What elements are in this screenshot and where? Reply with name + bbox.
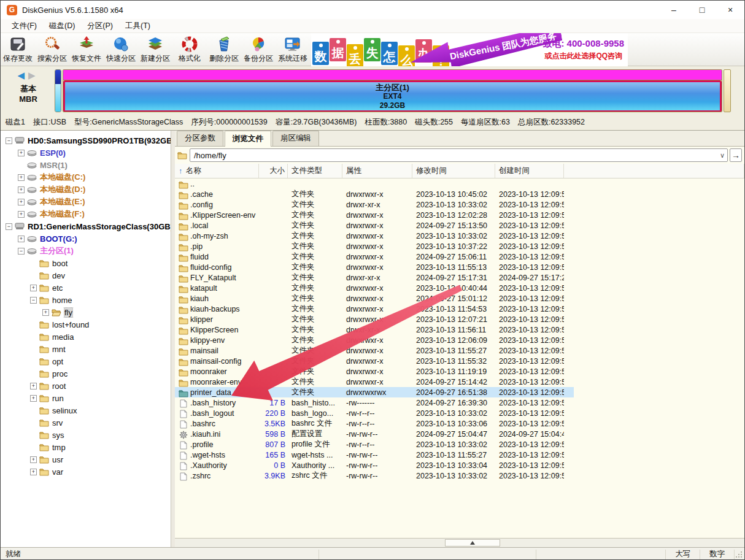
tree-item[interactable]: +root (1, 380, 171, 392)
resize-grip[interactable] (735, 550, 743, 559)
file-row[interactable]: .zshrc3.9KBzshrc 文件-rw-rw-r--2023-10-13 … (175, 470, 744, 481)
menu-item[interactable]: 文件(F) (6, 19, 43, 33)
tree-item[interactable]: +本地磁盘(D:) (1, 183, 171, 196)
expand-icon[interactable]: + (18, 236, 25, 242)
tree-item[interactable]: srv (1, 416, 171, 429)
toolbar-button-search-partition[interactable]: 搜索分区 (35, 34, 69, 66)
toolbar-button-recover-files[interactable]: 恢复文件 (69, 34, 104, 66)
tab-sector-edit[interactable]: 扇区编辑 (272, 131, 319, 146)
tree-item[interactable]: +本地磁盘(C:) (1, 171, 171, 183)
file-row[interactable]: katapult文件夹drwxrwxr-x2023-10-13 10:40:44… (175, 283, 744, 293)
file-row[interactable]: .local文件夹drwxrwxr-x2024-09-27 15:13:5020… (175, 220, 744, 231)
ad-banner[interactable]: 数据丢失怎么办! DiskGenius 团队为您服务 致电: 400-008-9… (311, 33, 628, 66)
tab-browse-files[interactable]: 浏览文件 (225, 131, 271, 147)
file-row[interactable]: mainsail-config文件夹drwxrwxr-x2023-10-13 1… (175, 356, 744, 366)
tree-item[interactable]: −HD0:SamsungSSD990PRO1TB(932GB) (1, 134, 171, 147)
expand-icon[interactable]: + (30, 285, 37, 291)
column-header-cre[interactable]: 创建时间 (495, 164, 564, 178)
toolbar-button-system-migrate[interactable]: 系统迁移 (276, 34, 310, 66)
collapse-icon[interactable]: − (18, 248, 25, 255)
partition-block[interactable]: 主分区(1) EXT4 29.2GB (63, 80, 722, 112)
tree-item[interactable]: +fly (1, 306, 171, 318)
tree-item[interactable]: media (1, 331, 171, 343)
tree-item[interactable]: opt (1, 355, 171, 367)
tree-item[interactable]: selinux (1, 404, 171, 416)
ad-qq-link[interactable]: 或点击此处选择QQ咨询 (542, 51, 624, 61)
tree-item[interactable]: +run (1, 392, 171, 404)
file-row[interactable]: moonraker文件夹drwxrwxr-x2023-10-13 11:19:1… (175, 366, 744, 377)
tree-item[interactable]: −RD1:GenericMassStorageClass(30GB) (1, 220, 171, 232)
menu-item[interactable]: 工具(T) (119, 19, 156, 33)
tree-item[interactable]: +etc (1, 282, 171, 294)
column-header-size[interactable]: 大小 (259, 164, 288, 178)
tree-item[interactable]: +BOOT(G:) (1, 232, 171, 245)
tree-item[interactable]: MSR(1) (1, 159, 171, 171)
file-row[interactable]: .pip文件夹drwxrwxr-x2023-10-13 10:37:222023… (175, 241, 744, 251)
tree-item[interactable]: lost+found (1, 318, 171, 331)
nav-forward-icon[interactable]: ▶ (28, 70, 39, 80)
tree-item[interactable]: proc (1, 367, 171, 380)
tree-item[interactable]: +本地磁盘(E:) (1, 196, 171, 208)
nav-back-icon[interactable]: ◀ (17, 70, 28, 80)
go-button[interactable]: → (730, 148, 742, 162)
file-row[interactable]: fluidd文件夹drwxrwxr-x2024-09-27 15:06:1120… (175, 251, 744, 262)
tree-item[interactable]: −home (1, 294, 171, 306)
file-row[interactable]: .wget-hsts165 Bwget-hsts ...-rw-rw-r--20… (175, 450, 744, 460)
tree-item[interactable]: boot (1, 257, 171, 269)
expand-icon[interactable]: + (30, 456, 37, 463)
file-row[interactable]: .Xauthority0 BXauthority ...-rw-rw-r--20… (175, 460, 744, 470)
file-row[interactable]: kiauh文件夹drwxrwxr-x2024-09-27 15:01:12202… (175, 293, 744, 304)
tree-item[interactable]: sys (1, 429, 171, 441)
minimize-button[interactable]: – (660, 1, 688, 19)
toolbar-button-new-partition[interactable]: 新建分区 (138, 34, 172, 66)
menu-item[interactable]: 磁盘(D) (43, 19, 81, 33)
file-row[interactable]: FLY_Katapult文件夹drwxr-xr-x2024-09-27 15:1… (175, 272, 744, 283)
file-row[interactable]: .bash_logout220 Bbash_logo...-rw-r--r--2… (175, 408, 744, 418)
tree-item[interactable]: +var (1, 466, 171, 478)
expand-icon[interactable]: + (30, 395, 37, 402)
expand-icon[interactable]: + (18, 150, 25, 156)
expand-icon[interactable]: + (30, 383, 37, 389)
file-row[interactable]: printer_data文件夹drwxrwxrwx2024-09-27 16:5… (175, 387, 744, 397)
file-row[interactable]: .KlipperScreen-env文件夹drwxrwxr-x2023-10-1… (175, 210, 744, 220)
expand-icon[interactable]: + (42, 309, 49, 316)
file-row[interactable]: moonraker-env文件夹drwxrwxr-x2024-09-27 15:… (175, 377, 744, 387)
collapse-icon[interactable]: − (30, 297, 37, 304)
overview-scrollbar[interactable] (724, 69, 731, 112)
chevron-down-icon[interactable]: ∨ (720, 152, 725, 159)
path-input[interactable]: /home/fly ∨ (190, 148, 728, 162)
expand-icon[interactable]: + (18, 174, 25, 181)
tree-item[interactable]: +本地磁盘(F:) (1, 208, 171, 220)
expand-icon[interactable]: + (30, 469, 37, 475)
tree-item[interactable]: mnt (1, 343, 171, 355)
file-row[interactable]: .profile807 Bprofile 文件-rw-r--r--2023-10… (175, 439, 744, 450)
file-row[interactable]: .cache文件夹drwxrwxr-x2023-10-13 10:45:0220… (175, 189, 744, 199)
tree-item[interactable]: tmp (1, 441, 171, 453)
toolbar-button-format[interactable]: 格式化 (172, 34, 207, 66)
horizontal-scrollbar[interactable] (175, 538, 744, 547)
tree-item[interactable]: +ESP(0) (1, 147, 171, 159)
toolbar-button-quick-partition[interactable]: 快速分区 (104, 34, 138, 66)
maximize-button[interactable]: □ (688, 1, 716, 19)
expand-icon[interactable]: + (18, 199, 25, 205)
column-header-mod[interactable]: 修改时间 (412, 164, 495, 178)
column-header-type[interactable]: 文件类型 (288, 164, 342, 178)
file-row[interactable]: KlipperScreen文件夹drwxr-xr-x2023-10-13 11:… (175, 324, 744, 335)
tab-partition-params[interactable]: 分区参数 (177, 131, 223, 146)
close-button[interactable]: × (716, 1, 744, 19)
file-row[interactable]: kiauh-backups文件夹drwxrwxr-x2023-10-13 11:… (175, 304, 744, 314)
file-row[interactable]: mainsail文件夹drwxrwxr-x2023-10-13 11:55:27… (175, 345, 744, 356)
file-row[interactable]: .bashrc3.5KBbashrc 文件-rw-r--r--2023-10-1… (175, 418, 744, 429)
file-row[interactable]: .oh-my-zsh文件夹drwxrwxr-x2023-10-13 10:33:… (175, 231, 744, 241)
file-row[interactable]: .bash_history17 Bbash_histo...-rw-------… (175, 397, 744, 408)
column-header-attr[interactable]: 属性 (342, 164, 412, 178)
column-header-name[interactable]: ↑名称 (175, 164, 259, 178)
tree-item[interactable]: dev (1, 269, 171, 282)
expand-icon[interactable]: + (18, 211, 25, 218)
toolbar-button-save-disk[interactable]: 保存更改 (1, 34, 35, 66)
tree-item[interactable]: −主分区(1) (1, 245, 171, 257)
file-row[interactable]: klippy-env文件夹drwxrwxr-x2023-10-13 12:06:… (175, 335, 744, 345)
file-row[interactable]: fluidd-config文件夹drwxrwxr-x2023-10-13 11:… (175, 262, 744, 272)
menu-item[interactable]: 分区(P) (81, 19, 119, 33)
toolbar-button-backup-partition[interactable]: 备份分区 (241, 34, 276, 66)
